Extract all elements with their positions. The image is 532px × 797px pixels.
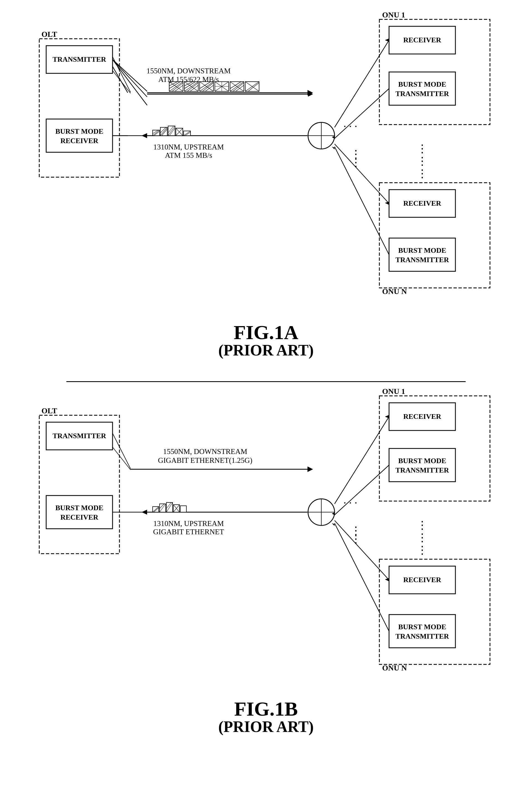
svg-text:RECEIVER: RECEIVER: [403, 576, 441, 584]
fig1a-sub: (PRIOR ART): [218, 341, 314, 359]
fig1a-section: OLT TRANSMITTER BURST MODE RECEIVER ONU …: [17, 11, 515, 359]
svg-text:TRANSMITTER: TRANSMITTER: [53, 432, 106, 440]
svg-text:RECEIVER: RECEIVER: [403, 413, 441, 420]
svg-rect-117: [46, 495, 113, 529]
svg-text:⋮: ⋮: [417, 544, 428, 556]
svg-text:BURST MODE: BURST MODE: [398, 247, 446, 254]
svg-text:ONU N: ONU N: [382, 664, 407, 672]
svg-marker-107: [332, 147, 335, 149]
svg-marker-141: [307, 467, 313, 472]
svg-text:BURST MODE: BURST MODE: [398, 623, 446, 631]
svg-line-111: [113, 57, 131, 92]
svg-line-168: [335, 521, 389, 580]
svg-text:⋮: ⋮: [417, 155, 428, 167]
svg-text:· · ·: · · ·: [343, 120, 357, 132]
svg-text:GIGABIT ETHERNET(1.25G): GIGABIT ETHERNET(1.25G): [158, 456, 252, 465]
svg-text:BURST MODE: BURST MODE: [55, 127, 103, 135]
svg-text:· · ·: · · ·: [343, 496, 357, 509]
svg-text:BURST MODE: BURST MODE: [398, 457, 446, 465]
svg-line-100: [335, 40, 389, 127]
svg-text:RECEIVER: RECEIVER: [60, 137, 98, 145]
svg-text:TRANSMITTER: TRANSMITTER: [395, 466, 449, 474]
fig1a-number: FIG.1A: [218, 321, 314, 344]
fig1a-caption: FIG.1A (PRIOR ART): [218, 321, 314, 359]
svg-text:⋮: ⋮: [417, 519, 428, 531]
svg-line-102: [335, 89, 389, 139]
divider: [66, 381, 466, 382]
svg-text:ATM 155/622 MB/s: ATM 155/622 MB/s: [158, 75, 219, 84]
svg-text:RECEIVER: RECEIVER: [60, 513, 98, 521]
svg-text:BURST MODE: BURST MODE: [55, 504, 103, 512]
svg-text:ONU N: ONU N: [382, 287, 407, 296]
svg-text:TRANSMITTER: TRANSMITTER: [53, 55, 106, 64]
svg-line-166: [335, 465, 389, 515]
svg-rect-18: [389, 238, 455, 271]
svg-text:OLT: OLT: [41, 406, 57, 415]
svg-text:⋮: ⋮: [417, 167, 428, 180]
svg-text:1550NM, DOWNSTREAM: 1550NM, DOWNSTREAM: [163, 447, 247, 456]
svg-rect-124: [389, 449, 455, 482]
svg-line-106: [335, 147, 389, 255]
svg-text:RECEIVER: RECEIVER: [403, 36, 441, 44]
svg-text:1310NM, UPSTREAM: 1310NM, UPSTREAM: [153, 143, 224, 151]
fig1b-diagram: OLT TRANSMITTER BURST MODE RECEIVER ONU …: [31, 387, 501, 692]
svg-text:TRANSMITTER: TRANSMITTER: [395, 256, 449, 264]
page: OLT TRANSMITTER BURST MODE RECEIVER ONU …: [0, 0, 532, 763]
svg-line-98: [113, 67, 128, 93]
svg-text:1310NM, UPSTREAM: 1310NM, UPSTREAM: [153, 519, 224, 528]
svg-text:GIGABIT ETHERNET: GIGABIT ETHERNET: [153, 528, 224, 536]
svg-line-144: [113, 433, 131, 469]
svg-text:BURST MODE: BURST MODE: [398, 80, 446, 88]
svg-text:1550NM, DOWNSTREAM: 1550NM, DOWNSTREAM: [147, 67, 231, 75]
svg-text:ONU 1: ONU 1: [382, 11, 405, 19]
svg-rect-4: [46, 119, 113, 152]
svg-text:⋮: ⋮: [417, 142, 428, 155]
svg-line-164: [335, 417, 389, 504]
fig1b-number: FIG.1B: [218, 698, 314, 721]
fig1a-diagram: OLT TRANSMITTER BURST MODE RECEIVER ONU …: [31, 11, 501, 315]
svg-marker-165: [385, 415, 389, 418]
svg-text:TRANSMITTER: TRANSMITTER: [395, 90, 449, 98]
svg-marker-101: [385, 38, 389, 42]
svg-text:ATM 155 MB/s: ATM 155 MB/s: [165, 151, 212, 160]
svg-text:OLT: OLT: [41, 30, 57, 38]
svg-marker-105: [385, 201, 389, 205]
svg-rect-161: [180, 506, 186, 512]
svg-marker-169: [385, 578, 389, 581]
svg-text:⋮: ⋮: [417, 531, 428, 544]
svg-marker-171: [332, 523, 335, 526]
svg-text:ONU 1: ONU 1: [382, 387, 405, 396]
svg-text:RECEIVER: RECEIVER: [403, 199, 441, 207]
fig1b-section: OLT TRANSMITTER BURST MODE RECEIVER ONU …: [17, 387, 515, 736]
svg-rect-11: [389, 72, 455, 105]
svg-text:TRANSMITTER: TRANSMITTER: [395, 632, 449, 640]
fig1b-caption: FIG.1B (PRIOR ART): [218, 698, 314, 736]
svg-line-170: [335, 523, 389, 631]
svg-line-104: [335, 144, 389, 203]
svg-rect-131: [389, 615, 455, 648]
fig1b-sub: (PRIOR ART): [218, 718, 314, 736]
